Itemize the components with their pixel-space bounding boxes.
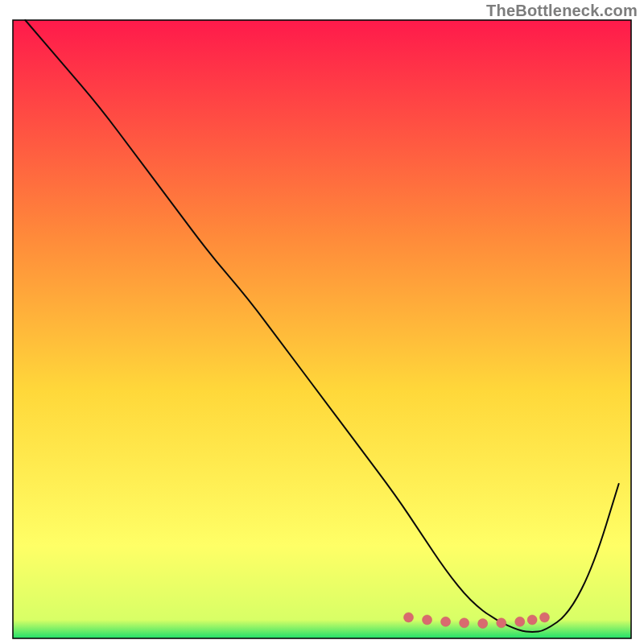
optimal-marker (423, 615, 432, 625)
optimal-marker (404, 613, 414, 622)
optimal-marker (497, 618, 506, 628)
watermark-text: TheBottleneck.com (486, 2, 638, 20)
chart-stage: { "watermark": "TheBottleneck.com", "col… (0, 0, 644, 644)
heat-background (13, 20, 631, 638)
optimal-marker (460, 618, 469, 628)
optimal-marker (539, 613, 549, 622)
optimal-marker (527, 615, 537, 625)
optimal-marker (478, 619, 488, 629)
optimal-marker (441, 617, 451, 626)
bottleneck-chart (12, 19, 632, 639)
optimal-marker (515, 617, 525, 626)
